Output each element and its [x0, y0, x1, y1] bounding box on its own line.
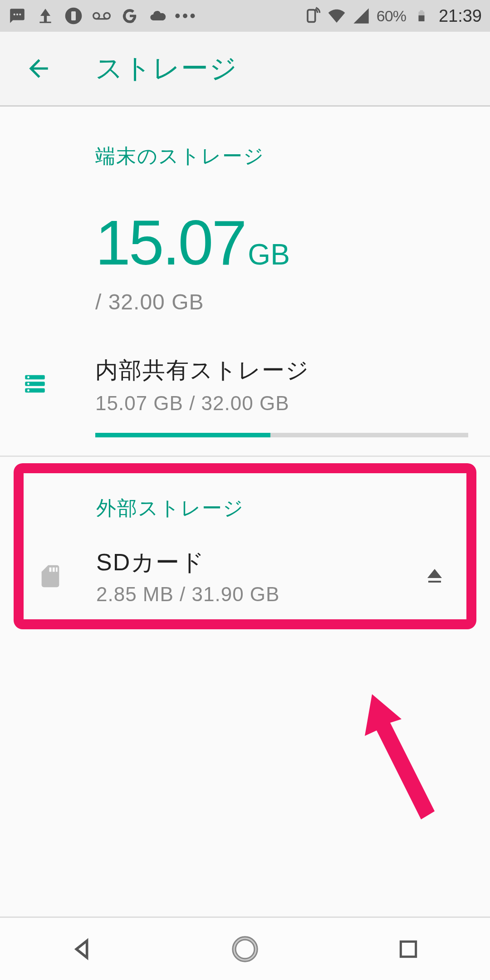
- device-storage-header: 端末のストレージ: [0, 107, 490, 174]
- nfc-icon: [303, 7, 321, 25]
- wifi-icon: [328, 7, 346, 25]
- sd-card-row[interactable]: SDカード 2.85 MB / 31.90 GB: [24, 526, 466, 606]
- sd-card-icon: [37, 563, 74, 589]
- internal-progress-fill: [95, 433, 270, 437]
- nav-recent-button[interactable]: [383, 931, 433, 967]
- svg-point-15: [27, 376, 29, 378]
- divider: [0, 456, 490, 457]
- svg-point-5: [93, 13, 99, 19]
- nav-home-button[interactable]: [220, 931, 270, 967]
- svg-point-6: [104, 13, 110, 19]
- device-storage-summary: 15.07GB / 32.00 GB: [0, 174, 490, 314]
- device-total-line: / 32.00 GB: [95, 289, 490, 314]
- navigation-bar: [0, 916, 490, 980]
- external-storage-header: 外部ストレージ: [24, 473, 466, 526]
- sd-card-title: SDカード: [96, 547, 416, 578]
- eject-button[interactable]: [416, 565, 453, 587]
- status-left: •••: [8, 7, 195, 25]
- svg-point-1: [16, 14, 18, 15]
- svg-point-2: [19, 14, 21, 15]
- internal-storage-subtitle: 15.07 GB / 32.00 GB: [95, 392, 468, 415]
- external-highlight-box: 外部ストレージ SDカード 2.85 MB / 31.90 GB: [14, 463, 476, 629]
- back-button[interactable]: [23, 53, 54, 84]
- more-icon: •••: [177, 7, 195, 25]
- sms-icon: [8, 7, 26, 25]
- cell-signal-icon: [352, 7, 370, 25]
- lamp-icon: [36, 7, 54, 25]
- svg-rect-19: [53, 568, 55, 572]
- svg-rect-8: [308, 10, 315, 22]
- svg-rect-24: [401, 941, 416, 956]
- svg-point-23: [234, 938, 256, 960]
- cloud-icon: [149, 7, 167, 25]
- page-title: ストレージ: [95, 50, 238, 87]
- nav-back-button[interactable]: [57, 931, 107, 967]
- voicemail-icon: [93, 7, 111, 25]
- internal-progress-track: [95, 433, 468, 437]
- status-bar: ••• 60% 21:39: [0, 0, 490, 32]
- svg-rect-20: [56, 568, 58, 572]
- status-right: 60% 21:39: [303, 6, 482, 26]
- app-bar: ストレージ: [0, 32, 490, 107]
- device-notif-icon: [64, 7, 83, 25]
- svg-rect-18: [49, 568, 52, 572]
- internal-storage-icon: [22, 355, 67, 397]
- content: 端末のストレージ 15.07GB / 32.00 GB 内部共有ストレージ 15…: [0, 107, 490, 629]
- internal-storage-row[interactable]: 内部共有ストレージ 15.07 GB / 32.00 GB: [0, 355, 490, 437]
- annotation-arrow-icon: [358, 694, 436, 821]
- svg-rect-11: [418, 15, 424, 21]
- internal-storage-title: 内部共有ストレージ: [95, 355, 468, 386]
- status-time: 21:39: [439, 6, 482, 26]
- svg-point-17: [27, 389, 29, 392]
- battery-percent: 60%: [377, 7, 406, 25]
- svg-rect-4: [71, 11, 76, 20]
- svg-point-0: [14, 14, 15, 15]
- battery-icon: [412, 7, 431, 25]
- sd-card-subtitle: 2.85 MB / 31.90 GB: [96, 583, 416, 606]
- svg-point-16: [27, 383, 29, 385]
- google-icon: [121, 7, 139, 25]
- svg-rect-10: [420, 10, 423, 12]
- device-used-number: 15.07: [95, 206, 245, 279]
- device-used-unit: GB: [248, 238, 289, 271]
- svg-marker-21: [365, 694, 435, 819]
